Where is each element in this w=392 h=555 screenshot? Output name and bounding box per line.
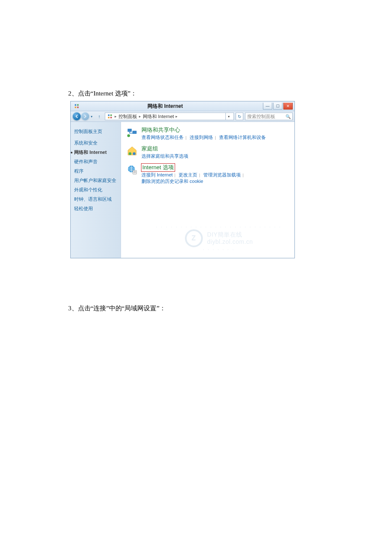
control-panel-window: 网络和 Internet — ☐ ✕ ▾ ↑ (70, 101, 295, 258)
svg-rect-14 (133, 171, 137, 174)
category-title-network-sharing[interactable]: 网络和共享中心 (141, 126, 180, 134)
breadcrumb-part-1[interactable]: 控制面板 (118, 113, 137, 120)
category-internet-options: Internet 选项 连接到 Internet 更改主页 管理浏览器加载项 删… (126, 164, 289, 185)
sidebar-home[interactable]: 控制面板主页 (74, 127, 117, 136)
refresh-button[interactable]: ↻ (236, 113, 243, 120)
sidebar: 控制面板主页 系统和安全 网络和 Internet 硬件和声音 程序 用户帐户和… (71, 122, 121, 258)
search-placeholder: 搜索控制面板 (247, 113, 275, 120)
svg-rect-5 (110, 115, 112, 116)
sidebar-item-programs[interactable]: 程序 (74, 167, 117, 175)
breadcrumb-sep: ▸ (115, 114, 117, 119)
breadcrumb-part-2[interactable]: 网络和 Internet (143, 113, 174, 120)
watermark-line1: DIY簡単在线 (207, 231, 253, 238)
svg-rect-7 (110, 117, 112, 119)
sidebar-item-network[interactable]: 网络和 Internet (74, 148, 117, 156)
window-controls: — ☐ ✕ (263, 103, 293, 110)
content-area: 网络和共享中心 查看网络状态和任务 连接到网络 查看网络计算机和设备 (121, 122, 294, 258)
sidebar-item-users[interactable]: 用户帐户和家庭安全 (74, 176, 117, 185)
titlebar: 网络和 Internet — ☐ ✕ (71, 101, 294, 111)
breadcrumb-sep: ▸ (139, 114, 141, 119)
svg-rect-15 (133, 171, 136, 172)
address-dropdown[interactable]: ▾ (225, 113, 232, 120)
window-body: 控制面板主页 系统和安全 网络和 Internet 硬件和声音 程序 用户帐户和… (71, 122, 294, 258)
sidebar-item-appearance[interactable]: 外观和个性化 (74, 186, 117, 194)
maximize-button[interactable]: ☐ (273, 103, 282, 110)
current-bullet-icon (71, 152, 72, 153)
window-title: 网络和 Internet (67, 103, 263, 110)
minimize-button[interactable]: — (263, 103, 272, 110)
breadcrumb-box[interactable]: ▸ 控制面板 ▸ 网络和 Internet ▸ ▾ (105, 113, 234, 120)
sublink-homegroup-options[interactable]: 选择家庭组和共享选项 (141, 153, 188, 159)
sidebar-item-hardware[interactable]: 硬件和声音 (74, 158, 117, 166)
sidebar-item-system[interactable]: 系统和安全 (74, 139, 117, 147)
sublink-view-devices[interactable]: 查看网络计算机和设备 (219, 134, 266, 141)
svg-rect-4 (108, 115, 110, 116)
svg-rect-6 (108, 117, 110, 119)
back-button[interactable] (72, 112, 81, 121)
step-2-text: 2、点击“Internet 选项”： (68, 90, 392, 98)
search-input[interactable]: 搜索控制面板 🔍 (245, 113, 293, 120)
sidebar-item-ease[interactable]: 轻松使用 (74, 205, 117, 213)
network-sharing-icon (126, 126, 138, 138)
sublink-connect-internet[interactable]: 连接到 Internet (141, 172, 173, 178)
watermark: · · · · · · · · · · · · · · · · · · · · … (156, 225, 282, 252)
sublink-view-status[interactable]: 查看网络状态和任务 (141, 134, 184, 141)
watermark-logo-icon: Z (185, 229, 203, 247)
sublink-connect-network[interactable]: 连接到网络 (190, 134, 213, 141)
homegroup-icon (126, 145, 138, 157)
svg-rect-8 (127, 129, 132, 132)
up-button[interactable]: ↑ (96, 113, 102, 119)
sublink-change-home[interactable]: 更改主页 (179, 172, 197, 178)
forward-button[interactable] (81, 112, 89, 121)
close-button[interactable]: ✕ (283, 103, 293, 110)
sidebar-item-clock[interactable]: 时钟、语言和区域 (74, 195, 117, 203)
svg-point-12 (133, 152, 136, 155)
internet-options-icon (126, 164, 138, 176)
category-title-homegroup[interactable]: 家庭组 (141, 145, 158, 153)
sublink-manage-addons[interactable]: 管理浏览器加载项 (203, 172, 241, 178)
svg-point-11 (129, 152, 132, 155)
breadcrumb-icon (107, 113, 113, 119)
category-network-sharing: 网络和共享中心 查看网络状态和任务 连接到网络 查看网络计算机和设备 (126, 126, 289, 141)
nav-history-dropdown[interactable]: ▾ (89, 113, 94, 120)
svg-rect-16 (133, 173, 136, 173)
breadcrumb-sep: ▸ (176, 114, 178, 119)
category-homegroup: 家庭组 选择家庭组和共享选项 (126, 145, 289, 159)
step-3-text: 3、点击“连接”中的“局域网设置”： (68, 304, 392, 312)
sublink-delete-history[interactable]: 删除浏览的历史记录和 cookie (141, 178, 203, 185)
search-icon: 🔍 (285, 114, 291, 119)
address-bar: ▾ ↑ ▸ 控制面板 ▸ 网络和 Internet ▸ ▾ ↻ 搜索控制面板 🔍 (71, 111, 294, 122)
watermark-line2: diybl.zol.com.cn (207, 238, 253, 246)
category-title-internet-options[interactable]: Internet 选项 (141, 164, 175, 171)
svg-point-10 (127, 134, 130, 137)
